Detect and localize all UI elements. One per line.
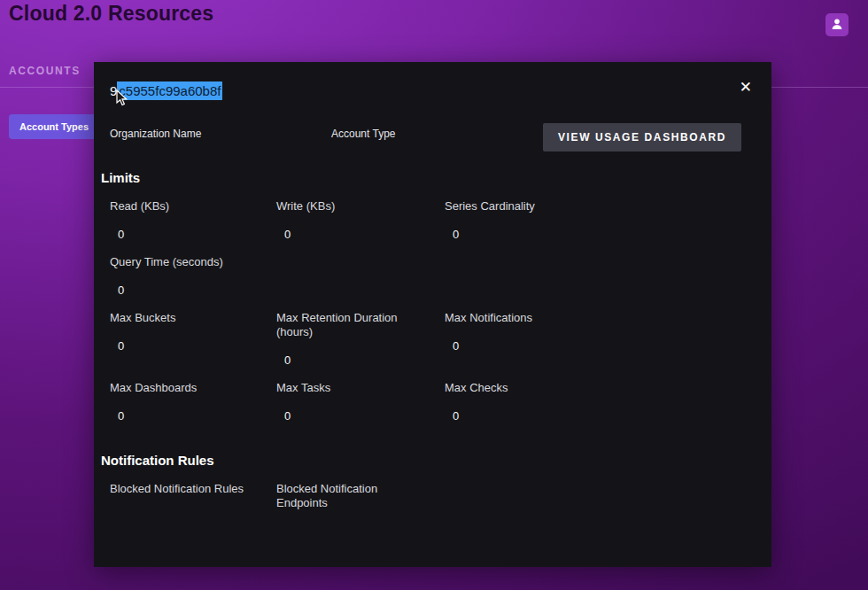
- view-usage-dashboard-button[interactable]: VIEW USAGE DASHBOARD: [543, 123, 741, 151]
- field-value: 0: [445, 409, 756, 423]
- limit-field-write-kbs: Write (KBs) 0: [276, 199, 445, 242]
- field-value: 0: [445, 339, 756, 353]
- field-label: Max Tasks: [276, 381, 431, 395]
- field-label: Max Buckets: [110, 311, 265, 325]
- person-icon: [830, 17, 844, 34]
- field-value: 0: [276, 228, 445, 242]
- field-label: Max Retention Duration (hours): [276, 311, 431, 339]
- notification-rules-section-title: Notification Rules: [101, 453, 756, 469]
- page-title: Cloud 2.0 Resources: [9, 2, 213, 26]
- limit-field-max-tasks: Max Tasks 0: [276, 381, 445, 423]
- field-value: 0: [110, 409, 276, 423]
- limit-field-read-kbs: Read (KBs) 0: [110, 199, 276, 242]
- close-icon[interactable]: ✕: [740, 80, 752, 95]
- account-type-label: Account Type: [331, 128, 396, 140]
- field-value: 0: [110, 228, 276, 242]
- limits-grid: Read (KBs) 0 Write (KBs) 0 Series Cardin…: [110, 199, 756, 423]
- field-label: Blocked Notification Rules: [110, 482, 265, 496]
- field-value: 0: [445, 228, 756, 242]
- account-detail-modal: 9c5955fc99a60b8f ✕ Organization Name Acc…: [94, 62, 771, 567]
- avatar-button[interactable]: [825, 13, 849, 36]
- notif-field-blocked-endpoints: Blocked Notification Endpoints: [276, 482, 445, 524]
- page: { "header": { "title": "Cloud 2.0 Resour…: [0, 0, 868, 590]
- field-label: Max Dashboards: [110, 381, 265, 395]
- limit-field-series-cardinality: Series Cardinality 0: [445, 199, 756, 242]
- notification-rules-grid: Blocked Notification Rules Blocked Notif…: [110, 482, 756, 524]
- field-value: 0: [110, 283, 276, 298]
- limit-field-max-buckets: Max Buckets 0: [110, 311, 276, 353]
- account-id-text[interactable]: 9c5955fc99a60b8f: [110, 83, 222, 98]
- field-label: Write (KBs): [276, 199, 431, 213]
- field-label: Series Cardinality: [445, 199, 600, 213]
- modal-header-labels: Organization Name Account Type: [110, 128, 396, 140]
- limit-field-max-notifications: Max Notifications 0: [445, 311, 756, 353]
- limit-field-max-dashboards: Max Dashboards 0: [110, 381, 276, 423]
- field-label: Blocked Notification Endpoints: [276, 482, 431, 510]
- field-label: Read (KBs): [110, 199, 265, 213]
- tab-accounts[interactable]: ACCOUNTS: [9, 65, 81, 77]
- limit-field-query-time: Query Time (seconds) 0: [110, 255, 276, 298]
- limit-field-max-retention-duration: Max Retention Duration (hours) 0: [276, 311, 445, 368]
- limit-field-max-checks: Max Checks 0: [445, 381, 756, 423]
- field-label: Query Time (seconds): [110, 255, 265, 269]
- modal-body: Limits Read (KBs) 0 Write (KBs) 0 Series…: [94, 170, 771, 524]
- limits-section-title: Limits: [101, 170, 756, 186]
- account-id-selected-text: c5955fc99a60b8f: [117, 82, 222, 100]
- notif-field-blocked-rules: Blocked Notification Rules: [110, 482, 276, 510]
- field-value: 0: [276, 353, 445, 368]
- field-label: Max Notifications: [445, 311, 600, 325]
- field-value: 0: [276, 409, 445, 423]
- account-types-button[interactable]: Account Types: [9, 114, 99, 139]
- organization-name-label: Organization Name: [110, 128, 331, 140]
- field-label: Max Checks: [445, 381, 600, 395]
- field-value: 0: [110, 339, 276, 353]
